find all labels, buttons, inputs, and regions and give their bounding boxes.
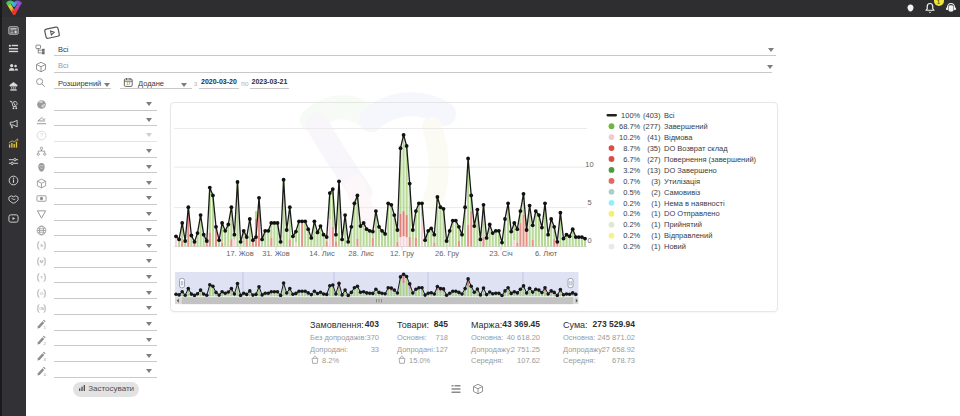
svg-text:(1): (1)	[651, 209, 661, 218]
svg-text:Завершений: Завершений	[664, 122, 708, 131]
svg-text:(27): (27)	[647, 155, 661, 164]
svg-text:0.2%: 0.2%	[623, 242, 640, 251]
svg-text:(2): (2)	[651, 188, 661, 197]
svg-text:(403): (403)	[643, 111, 661, 120]
svg-text:0: 0	[587, 236, 591, 245]
svg-text:(3): (3)	[651, 177, 661, 186]
svg-text:DO Завершено: DO Завершено	[664, 166, 717, 175]
svg-text:6. Лют: 6. Лют	[535, 249, 558, 258]
svg-text:Прийнятий: Прийнятий	[664, 220, 702, 229]
svg-text:0.2%: 0.2%	[623, 199, 640, 208]
svg-text:Новий: Новий	[664, 242, 686, 251]
svg-text:68.7%: 68.7%	[619, 122, 641, 131]
svg-text:14. Лис: 14. Лис	[309, 249, 335, 258]
svg-text:Самовивіз: Самовивіз	[664, 188, 701, 197]
svg-text:3.2%: 3.2%	[623, 166, 640, 175]
svg-text:0.2%: 0.2%	[623, 231, 640, 240]
svg-text:23. Січ: 23. Січ	[489, 249, 513, 258]
svg-text:(13): (13)	[647, 166, 661, 175]
svg-text:28. Лис: 28. Лис	[348, 249, 374, 258]
svg-text:(277): (277)	[643, 122, 661, 131]
svg-text:0.2%: 0.2%	[623, 220, 640, 229]
svg-text:10.2%: 10.2%	[619, 133, 641, 142]
svg-text:Всі: Всі	[664, 111, 675, 120]
svg-text:Повернення (завершений): Повернення (завершений)	[664, 155, 757, 164]
svg-text:31. Жов: 31. Жов	[262, 249, 290, 258]
svg-text:5: 5	[587, 198, 591, 207]
svg-text:DO Отправлено: DO Отправлено	[664, 209, 720, 218]
svg-text:(41): (41)	[647, 133, 661, 142]
svg-text:Нема в наявності: Нема в наявності	[664, 199, 725, 208]
svg-text:(1): (1)	[651, 231, 661, 240]
svg-text:26. Гру: 26. Гру	[435, 249, 459, 258]
svg-text:0.5%: 0.5%	[623, 188, 640, 197]
svg-text:(1): (1)	[651, 199, 661, 208]
svg-text:(1): (1)	[651, 242, 661, 251]
svg-text:Відправлений: Відправлений	[664, 231, 712, 240]
svg-text:0.2%: 0.2%	[623, 209, 640, 218]
svg-text:(1): (1)	[651, 220, 661, 229]
svg-text:100%: 100%	[621, 111, 641, 120]
svg-text:Відмова: Відмова	[664, 133, 693, 142]
svg-text:(35): (35)	[647, 144, 661, 153]
svg-text:0.7%: 0.7%	[623, 177, 640, 186]
svg-text:17. Жов: 17. Жов	[226, 249, 254, 258]
svg-text:Утилізація: Утилізація	[664, 177, 700, 186]
svg-text:10: 10	[585, 160, 593, 169]
svg-text:12. Гру: 12. Гру	[390, 249, 414, 258]
svg-text:6.7%: 6.7%	[623, 155, 640, 164]
svg-text:8.7%: 8.7%	[623, 144, 640, 153]
svg-text:DO Возврат склад: DO Возврат склад	[664, 144, 728, 153]
